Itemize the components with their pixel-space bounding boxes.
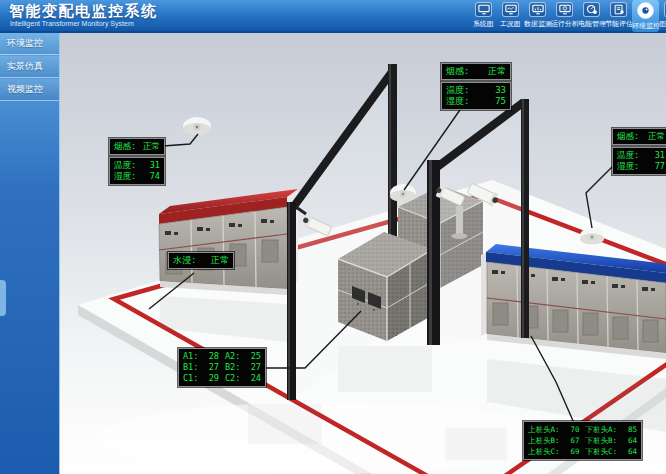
plant-3d-scene	[0, 0, 666, 474]
nav-label: 运行分析	[551, 19, 579, 28]
app-subtitle: Intelligent Transformer Monitory System	[10, 20, 134, 27]
terminal-temps-readout: 上桩头A:70 下桩头A:85 上桩头B:67 下桩头B:64 上桩头C:69 …	[523, 421, 642, 462]
smoke-label: 烟感:	[617, 131, 639, 142]
hum-value: 75	[495, 96, 506, 107]
temp-value: 31	[150, 160, 160, 171]
smoke-detector-center[interactable]	[390, 184, 416, 202]
nav-operating-condition[interactable]: 工况图	[497, 0, 524, 32]
nav-environment-monitor[interactable]: 环境监控	[632, 0, 659, 32]
energy-management-icon	[583, 2, 600, 17]
app-title: 智能变配电监控系统	[9, 2, 158, 21]
terminal-value: 67	[570, 435, 579, 446]
system-diagram-icon	[475, 2, 492, 17]
sidebar-collapse-handle[interactable]	[0, 280, 6, 316]
phase-label: A1:	[183, 351, 198, 362]
terminal-label: 上桩头A:	[528, 424, 560, 435]
smoke-detector-right[interactable]	[580, 228, 604, 245]
nav-system-diagram[interactable]: 系统图	[470, 0, 497, 32]
sidebar-item-environment[interactable]: 环境监控	[0, 33, 59, 55]
main-nav: 系统图 工况图 数据监测 运行分析	[470, 0, 666, 31]
temp-label: 温度:	[446, 85, 469, 96]
phase-value: 27	[209, 362, 219, 373]
nav-label: 图像监控	[659, 19, 666, 28]
nav-run-analysis[interactable]: 运行分析	[551, 0, 578, 32]
phase-label: B1:	[183, 362, 198, 373]
temp-value: 31	[655, 150, 665, 161]
temp-label: 温度:	[617, 150, 639, 161]
app-window: 智能变配电监控系统 Intelligent Transformer Monito…	[0, 0, 666, 474]
nav-label: 电能管理	[578, 19, 606, 28]
temp-label: 温度:	[114, 160, 136, 171]
smoke-label: 烟感:	[114, 141, 136, 152]
nav-energy-management[interactable]: 电能管理	[578, 0, 605, 32]
nav-label: 环境监控	[632, 21, 660, 30]
terminal-label: 下桩头A:	[586, 424, 618, 435]
phase-value: 27	[251, 362, 261, 373]
nav-video-monitor[interactable]: 图像监控	[659, 0, 666, 32]
nav-energy-evaluation[interactable]: 节能评估	[605, 0, 632, 32]
sensor-readout-center: 烟感:正常 温度:33 湿度:75	[441, 63, 511, 112]
phase-value: 25	[251, 351, 261, 362]
operating-condition-icon	[502, 2, 519, 17]
energy-evaluation-icon	[610, 2, 627, 17]
hum-label: 湿度:	[114, 171, 136, 182]
smoke-label: 烟感:	[446, 66, 469, 77]
sidebar-item-video[interactable]: 视频监控	[0, 79, 59, 101]
smoke-value: 正常	[648, 131, 665, 142]
terminal-label: 上桩头B:	[528, 435, 560, 446]
terminal-value: 64	[628, 446, 637, 457]
phase-value: 29	[209, 373, 219, 384]
gantry-left-post-thick	[427, 160, 440, 345]
switchgear-row-blue[interactable]	[481, 244, 666, 359]
sensor-readout-left: 烟感:正常 温度:31 湿度:74	[109, 138, 165, 187]
hum-label: 湿度:	[446, 96, 469, 107]
phase-label: B2:	[225, 362, 240, 373]
smoke-value: 正常	[488, 66, 506, 77]
run-analysis-icon	[556, 2, 573, 17]
terminal-value: 70	[570, 424, 579, 435]
nav-label: 节能评估	[605, 19, 633, 28]
terminal-label: 下桩头B:	[586, 435, 618, 446]
phase-temps-readout: A1:28 A2:25 B1:27 B2:27 C1:29 C2:24	[178, 348, 266, 389]
sidebar-item-simulation[interactable]: 实景仿真	[0, 56, 59, 78]
water-label: 水浸:	[173, 255, 196, 266]
terminal-value: 85	[628, 424, 637, 435]
environment-monitor-icon	[637, 2, 654, 19]
smoke-value: 正常	[143, 141, 160, 152]
temp-value: 33	[495, 85, 506, 96]
nav-label: 工况图	[500, 19, 521, 28]
phase-value: 24	[251, 373, 261, 384]
switchgear-row-red[interactable]	[159, 189, 298, 295]
water-sensor-readout: 水浸:正常	[168, 252, 234, 271]
terminal-value: 69	[570, 446, 579, 457]
phase-label: C2:	[225, 373, 240, 384]
nav-label: 系统图	[473, 19, 494, 28]
phase-value: 28	[209, 351, 219, 362]
water-value: 正常	[211, 255, 229, 266]
hum-label: 湿度:	[617, 161, 639, 172]
hum-value: 77	[655, 161, 665, 172]
left-sidebar: 环境监控 实景仿真 视频监控	[0, 33, 60, 474]
smoke-detector-left[interactable]	[183, 117, 211, 135]
terminal-value: 64	[628, 435, 637, 446]
data-monitor-icon	[529, 2, 546, 17]
phase-label: C1:	[183, 373, 198, 384]
title-bar: 智能变配电监控系统 Intelligent Transformer Monito…	[0, 0, 666, 33]
hum-value: 74	[150, 171, 160, 182]
nav-label: 数据监测	[524, 19, 552, 28]
sensor-readout-right: 烟感:正常 温度:31 湿度:77	[612, 128, 666, 177]
terminal-label: 下桩头C:	[586, 446, 618, 457]
nav-data-monitor[interactable]: 数据监测	[524, 0, 551, 32]
phase-label: A2:	[225, 351, 240, 362]
gantry-right-post	[521, 99, 529, 338]
terminal-label: 上桩头C:	[528, 446, 560, 457]
